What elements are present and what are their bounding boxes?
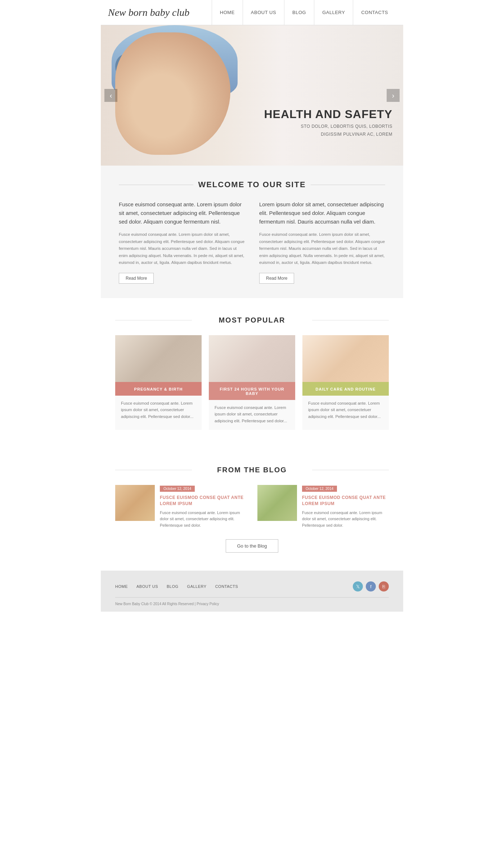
popular-image-3	[302, 335, 389, 382]
blog-button-wrap: Go to the Blog	[115, 539, 389, 553]
welcome-title: WELCOME TO OUR SITE	[119, 180, 385, 189]
popular-image-1	[115, 335, 202, 382]
main-nav: HOME ABOUT US BLOG GALLERY CONTACTS	[212, 0, 396, 25]
footer-nav-contacts[interactable]: CONTACTS	[215, 584, 238, 589]
popular-section: MOST POPULAR PREGNANCY & BIRTH Fusce eui…	[101, 298, 403, 448]
popular-title: MOST POPULAR	[115, 316, 389, 324]
welcome-col-right: Lorem ipsum dolor sit amet, consectetuer…	[259, 200, 385, 284]
popular-body-1: Fusce euismod consequat ante. Lorem ipsu…	[115, 396, 202, 426]
hero-text: HEALTH AND SAFETY STO DOLOR, LOBORTIS QU…	[264, 108, 392, 137]
slider-prev-button[interactable]: ‹	[104, 89, 117, 102]
footer-social: 𝕏 f ⎘	[353, 581, 389, 591]
hero-slider: ‹ › HEALTH AND SAFETY STO DOLOR, LOBORTI…	[101, 25, 403, 166]
pregnancy-image	[115, 335, 202, 382]
popular-body-2: Fusce euismod consequat ante. Lorem ipsu…	[209, 400, 295, 430]
welcome-columns: Fusce euismod consequat ante. Lorem ipsu…	[119, 200, 385, 284]
newborn-image	[209, 335, 295, 382]
blog-post-text-1: Fusce euismod consequat ante. Lorem ipsu…	[160, 510, 247, 529]
welcome-lead-right: Lorem ipsum dolor sit amet, consectetuer…	[259, 200, 385, 226]
blog-image-1	[115, 485, 155, 521]
welcome-body-left: Fusce euismod consequat ante. Lorem ipsu…	[119, 231, 245, 266]
blog-item-1: October 12, 2014 FUSCE EUISMOD CONSE QUA…	[115, 485, 247, 528]
slider-next-button[interactable]: ›	[387, 89, 400, 102]
popular-card-3: DAILY CARE AND ROUTINE Fusce euismod con…	[302, 335, 389, 430]
nav-gallery[interactable]: GALLERY	[314, 0, 353, 25]
popular-card-2: FIRST 24 HOURS WITH YOUR BABY Fusce euis…	[209, 335, 295, 430]
nav-about[interactable]: ABOUT US	[243, 0, 284, 25]
hero-subtitle: STO DOLOR, LOBORTIS QUIS, LOBORTIS	[264, 124, 392, 129]
footer-nav: HOME ABOUT US BLOG GALLERY CONTACTS 𝕏 f …	[115, 581, 389, 591]
popular-label-1: PREGNANCY & BIRTH	[115, 382, 202, 396]
popular-body-3: Fusce euismod consequat ante. Lorem ipsu…	[302, 396, 389, 426]
blog-img-inner-1	[115, 485, 155, 521]
go-to-blog-button[interactable]: Go to the Blog	[226, 539, 278, 553]
blog-grid: October 12, 2014 FUSCE EUISMOD CONSE QUA…	[115, 485, 389, 528]
twitter-icon[interactable]: 𝕏	[353, 581, 363, 591]
popular-card-1: PREGNANCY & BIRTH Fusce euismod consequa…	[115, 335, 202, 430]
read-more-left[interactable]: Read More	[119, 273, 154, 284]
daily-image	[302, 335, 389, 382]
footer-nav-home[interactable]: HOME	[115, 584, 128, 589]
read-more-right[interactable]: Read More	[259, 273, 294, 284]
welcome-lead-left: Fusce euismod consequat ante. Lorem ipsu…	[119, 200, 245, 226]
welcome-section: WELCOME TO OUR SITE Fusce euismod conseq…	[101, 166, 403, 298]
popular-label-3: DAILY CARE AND ROUTINE	[302, 382, 389, 396]
blog-img-inner-2	[257, 485, 297, 521]
blog-date-2: October 12, 2014	[302, 486, 337, 492]
blog-title: FROM THE BLOG	[115, 466, 389, 474]
hero-title: HEALTH AND SAFETY	[264, 108, 392, 121]
blog-image-2	[257, 485, 297, 521]
blog-section: FROM THE BLOG October 12, 2014 FUSCE EUI…	[101, 448, 403, 571]
site-logo: New born baby club	[108, 7, 212, 18]
blog-post-title-2: FUSCE EUISMOD CONSE QUAT ANTE LOREM IPSU…	[302, 495, 389, 507]
popular-image-2	[209, 335, 295, 382]
blog-item-2: October 12, 2014 FUSCE EUISMOD CONSE QUA…	[257, 485, 389, 528]
popular-grid: PREGNANCY & BIRTH Fusce euismod consequa…	[115, 335, 389, 430]
hero-subtitle2: DIGISSIM PULVINAR AC, LOREM	[264, 132, 392, 137]
footer-nav-about[interactable]: ABOUT US	[136, 584, 158, 589]
nav-contacts[interactable]: CONTACTS	[353, 0, 396, 25]
facebook-icon[interactable]: f	[366, 581, 376, 591]
footer: HOME ABOUT US BLOG GALLERY CONTACTS 𝕏 f …	[101, 571, 403, 612]
header: New born baby club HOME ABOUT US BLOG GA…	[101, 0, 403, 25]
welcome-body-right: Fusce euismod consequat ante. Lorem ipsu…	[259, 231, 385, 266]
footer-nav-gallery[interactable]: GALLERY	[187, 584, 207, 589]
blog-content-1: October 12, 2014 FUSCE EUISMOD CONSE QUA…	[160, 485, 247, 528]
rss-icon[interactable]: ⎘	[379, 581, 389, 591]
nav-blog[interactable]: BLOG	[284, 0, 314, 25]
nav-home[interactable]: HOME	[212, 0, 243, 25]
popular-label-2: FIRST 24 HOURS WITH YOUR BABY	[209, 382, 295, 400]
footer-nav-blog[interactable]: BLOG	[167, 584, 179, 589]
footer-copyright: New Born Baby Club © 2014 All Rights Res…	[115, 597, 389, 606]
blog-post-title-1: FUSCE EUISMOD CONSE QUAT ANTE LOREM IPSU…	[160, 495, 247, 507]
blog-content-2: October 12, 2014 FUSCE EUISMOD CONSE QUA…	[302, 485, 389, 528]
blog-post-text-2: Fusce euismod consequat ante. Lorem ipsu…	[302, 510, 389, 529]
welcome-col-left: Fusce euismod consequat ante. Lorem ipsu…	[119, 200, 245, 284]
blog-date-1: October 12, 2014	[160, 486, 195, 492]
